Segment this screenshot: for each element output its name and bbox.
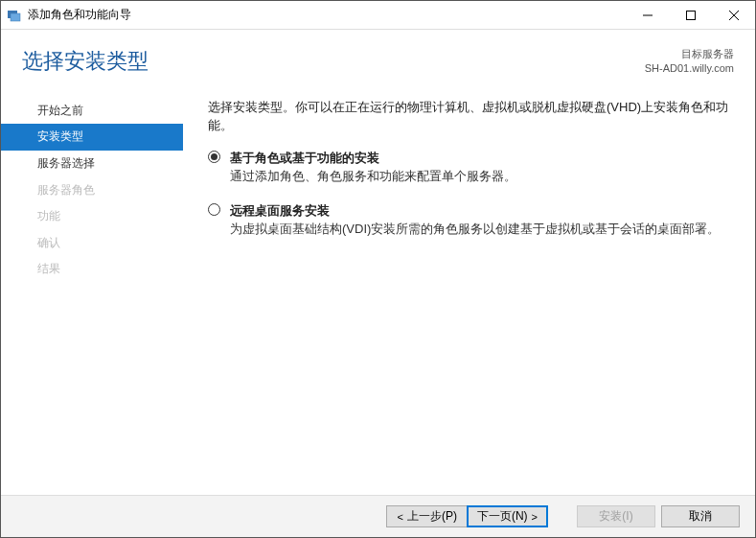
wizard-body: 开始之前 安装类型 服务器选择 服务器角色 功能 确认 结果 选择安装类型。你可…: [1, 88, 755, 495]
nav-sidebar: 开始之前 安装类型 服务器选择 服务器角色 功能 确认 结果: [1, 92, 183, 495]
wizard-footer: < 上一步(P) 下一页(N) > 安装(I) 取消: [1, 495, 755, 537]
destination-label: 目标服务器: [645, 47, 734, 61]
app-icon: [7, 8, 22, 23]
content-pane: 选择安装类型。你可以在正在运行的物理计算机、虚拟机或脱机虚拟硬盘(VHD)上安装…: [183, 92, 755, 495]
destination-info: 目标服务器 SH-AD01.willy.com: [645, 47, 734, 77]
nav-install-type[interactable]: 安装类型: [1, 124, 183, 151]
chevron-right-icon: >: [532, 511, 538, 523]
titlebar: 添加角色和功能向导: [1, 1, 755, 30]
option-title: 基于角色或基于功能的安装: [230, 149, 516, 168]
radio-icon[interactable]: [208, 151, 220, 163]
option-desc: 通过添加角色、角色服务和功能来配置单个服务器。: [230, 167, 516, 186]
minimize-button[interactable]: [626, 1, 669, 29]
chevron-left-icon: <: [397, 511, 402, 523]
previous-button[interactable]: < 上一步(P): [386, 505, 466, 527]
nav-confirm: 确认: [1, 230, 183, 257]
wizard-window: 添加角色和功能向导 选择安装类型 目标服务器 SH-AD01.willy.com…: [0, 0, 756, 538]
nav-server-selection[interactable]: 服务器选择: [1, 151, 183, 177]
maximize-button[interactable]: [669, 1, 712, 29]
wizard-header: 选择安装类型 目标服务器 SH-AD01.willy.com: [1, 30, 755, 88]
option-remote-desktop[interactable]: 远程桌面服务安装 为虚拟桌面基础结构(VDI)安装所需的角色服务以创建基于虚拟机…: [208, 201, 730, 239]
button-label: 上一步(P): [407, 508, 457, 525]
option-desc: 为虚拟桌面基础结构(VDI)安装所需的角色服务以创建基于虚拟机或基于会话的桌面部…: [230, 220, 720, 239]
install-button: 安装(I): [577, 505, 655, 527]
option-title: 远程桌面服务安装: [230, 201, 720, 221]
destination-server: SH-AD01.willy.com: [645, 61, 734, 76]
page-title: 选择安装类型: [22, 47, 645, 76]
intro-text: 选择安装类型。你可以在正在运行的物理计算机、虚拟机或脱机虚拟硬盘(VHD)上安装…: [208, 98, 730, 135]
nav-features: 功能: [1, 203, 183, 230]
close-button[interactable]: [712, 1, 755, 29]
radio-icon[interactable]: [208, 203, 220, 216]
option-text: 基于角色或基于功能的安装 通过添加角色、角色服务和功能来配置单个服务器。: [230, 149, 516, 186]
nav-server-roles: 服务器角色: [1, 177, 183, 204]
svg-rect-1: [11, 13, 20, 21]
next-button[interactable]: 下一页(N) >: [467, 505, 548, 527]
option-text: 远程桌面服务安装 为虚拟桌面基础结构(VDI)安装所需的角色服务以创建基于虚拟机…: [230, 201, 720, 239]
window-title: 添加角色和功能向导: [28, 7, 626, 23]
button-label: 安装(I): [599, 508, 632, 525]
button-label: 下一页(N): [477, 508, 528, 525]
nav-before-begin[interactable]: 开始之前: [1, 98, 183, 125]
nav-results: 结果: [1, 256, 183, 283]
svg-rect-3: [686, 11, 695, 19]
button-label: 取消: [689, 508, 712, 525]
option-role-based[interactable]: 基于角色或基于功能的安装 通过添加角色、角色服务和功能来配置单个服务器。: [208, 149, 730, 186]
window-controls: [626, 1, 755, 29]
nav-button-group: < 上一步(P) 下一页(N) >: [386, 505, 548, 527]
cancel-button[interactable]: 取消: [661, 505, 740, 527]
